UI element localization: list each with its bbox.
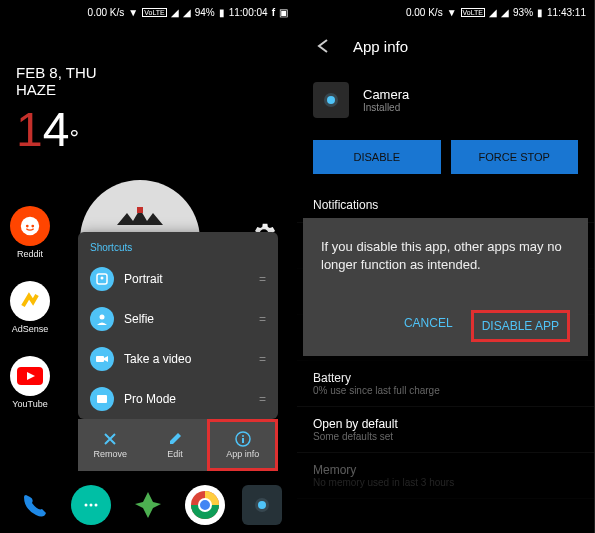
status-time: 11:43:11 bbox=[547, 7, 586, 18]
shortcut-promode[interactable]: Pro Mode = bbox=[78, 379, 278, 419]
phone-app[interactable] bbox=[14, 485, 54, 525]
chrome-app[interactable] bbox=[185, 485, 225, 525]
section-title: Open by default bbox=[313, 417, 578, 431]
dock bbox=[0, 485, 296, 525]
wifi-icon: ▼ bbox=[447, 7, 457, 18]
signal-icon: ◢ bbox=[489, 7, 497, 18]
disable-button[interactable]: DISABLE bbox=[313, 140, 441, 174]
section-open-default[interactable]: Open by default Some defaults set bbox=[297, 407, 594, 453]
app-bar: App info bbox=[297, 24, 594, 68]
dialog-actions: CANCEL DISABLE APP bbox=[321, 310, 570, 342]
shortcuts-popup: Shortcuts Portrait = Selfie = Take a vid… bbox=[78, 232, 278, 419]
leaf-app[interactable] bbox=[128, 485, 168, 525]
section-title: Notifications bbox=[313, 198, 578, 212]
shortcut-label: Pro Mode bbox=[124, 392, 249, 406]
disable-dialog: If you disable this app, other apps may … bbox=[303, 218, 588, 356]
weather-text: HAZE bbox=[16, 81, 280, 98]
svg-point-23 bbox=[327, 96, 335, 104]
action-label: Edit bbox=[167, 449, 183, 459]
section-sub: 0% use since last full charge bbox=[313, 385, 578, 396]
close-icon bbox=[102, 431, 118, 447]
pencil-icon bbox=[167, 431, 183, 447]
svg-point-1 bbox=[21, 217, 39, 235]
wifi-icon: ▼ bbox=[128, 7, 138, 18]
app-header: Camera Installed bbox=[297, 68, 594, 132]
temperature: 1 4 ° bbox=[0, 102, 296, 173]
status-battery: 93% bbox=[513, 7, 533, 18]
signal-icon: ◢ bbox=[501, 7, 509, 18]
promode-icon bbox=[90, 387, 114, 411]
svg-point-2 bbox=[26, 225, 29, 228]
volte-icon: VoLTE bbox=[461, 8, 486, 17]
svg-point-3 bbox=[31, 225, 34, 228]
app-adsense[interactable]: AdSense bbox=[10, 281, 50, 334]
info-icon bbox=[235, 431, 251, 447]
shortcut-label: Portrait bbox=[124, 272, 249, 286]
button-row: DISABLE FORCE STOP bbox=[297, 132, 594, 188]
date-header: FEB 8, THU HAZE bbox=[0, 24, 296, 102]
battery-icon: ▮ bbox=[537, 7, 543, 18]
app-reddit[interactable]: Reddit bbox=[10, 206, 50, 259]
svg-rect-9 bbox=[97, 395, 107, 403]
app-icon-thumb bbox=[313, 82, 349, 118]
svg-point-15 bbox=[95, 504, 98, 507]
shortcut-video[interactable]: Take a video = bbox=[78, 339, 278, 379]
force-stop-button[interactable]: FORCE STOP bbox=[451, 140, 579, 174]
cancel-button[interactable]: CANCEL bbox=[396, 310, 461, 342]
status-speed: 0.00 K/s bbox=[88, 7, 125, 18]
svg-point-7 bbox=[100, 315, 105, 320]
action-label: Remove bbox=[94, 449, 128, 459]
messages-app[interactable] bbox=[71, 485, 111, 525]
app-label: YouTube bbox=[12, 399, 47, 409]
section-title: Battery bbox=[313, 371, 578, 385]
section-battery[interactable]: Battery 0% use since last full charge bbox=[297, 361, 594, 407]
signal-icon: ◢ bbox=[171, 7, 179, 18]
svg-rect-0 bbox=[137, 207, 143, 213]
drag-handle-icon[interactable]: = bbox=[259, 272, 266, 286]
section-memory[interactable]: Memory No memory used in last 3 hours bbox=[297, 453, 594, 499]
battery-icon: ▮ bbox=[219, 7, 225, 18]
facebook-icon: f bbox=[272, 7, 275, 18]
home-screen: 0.00 K/s ▼ VoLTE ◢ ◢ 94% ▮ 11:00:04 f ▣ … bbox=[0, 0, 297, 533]
svg-point-13 bbox=[85, 504, 88, 507]
section-sub: Some defaults set bbox=[313, 431, 578, 442]
drag-handle-icon[interactable]: = bbox=[259, 392, 266, 406]
shortcut-label: Take a video bbox=[124, 352, 249, 366]
shortcuts-title: Shortcuts bbox=[78, 232, 278, 259]
status-bar: 0.00 K/s ▼ VoLTE ◢ ◢ 94% ▮ 11:00:04 f ▣ bbox=[0, 0, 296, 24]
app-label: Reddit bbox=[17, 249, 43, 259]
drag-handle-icon[interactable]: = bbox=[259, 312, 266, 326]
app-column: Reddit AdSense YouTube bbox=[10, 206, 50, 409]
selfie-icon bbox=[90, 307, 114, 331]
shortcut-portrait[interactable]: Portrait = bbox=[78, 259, 278, 299]
shortcut-selfie[interactable]: Selfie = bbox=[78, 299, 278, 339]
bat-icon bbox=[115, 205, 165, 235]
page-title: App info bbox=[353, 38, 408, 55]
svg-point-21 bbox=[258, 501, 266, 509]
video-icon bbox=[90, 347, 114, 371]
svg-point-6 bbox=[101, 277, 104, 280]
svg-point-11 bbox=[242, 435, 244, 437]
signal-icon: ◢ bbox=[183, 7, 191, 18]
date-text: FEB 8, THU bbox=[16, 64, 280, 81]
disable-app-button[interactable]: DISABLE APP bbox=[471, 310, 570, 342]
status-battery: 94% bbox=[195, 7, 215, 18]
app-info-button[interactable]: App info bbox=[207, 419, 278, 471]
drag-handle-icon[interactable]: = bbox=[259, 352, 266, 366]
svg-point-14 bbox=[90, 504, 93, 507]
app-status: Installed bbox=[363, 102, 409, 113]
temp-rest: 4 bbox=[43, 102, 70, 157]
edit-button[interactable]: Edit bbox=[143, 419, 208, 471]
back-icon[interactable] bbox=[313, 36, 333, 56]
remove-button[interactable]: Remove bbox=[78, 419, 143, 471]
section-sub: No memory used in last 3 hours bbox=[313, 477, 578, 488]
app-name: Camera bbox=[363, 87, 409, 102]
degree-symbol: ° bbox=[69, 124, 79, 152]
status-bar: 0.00 K/s ▼ VoLTE ◢ ◢ 93% ▮ 11:43:11 bbox=[297, 0, 594, 24]
app-info-screen: 0.00 K/s ▼ VoLTE ◢ ◢ 93% ▮ 11:43:11 App … bbox=[297, 0, 594, 533]
svg-rect-12 bbox=[242, 438, 244, 443]
camera-app[interactable] bbox=[242, 485, 282, 525]
app-youtube[interactable]: YouTube bbox=[10, 356, 50, 409]
svg-rect-8 bbox=[96, 356, 104, 362]
status-speed: 0.00 K/s bbox=[406, 7, 443, 18]
